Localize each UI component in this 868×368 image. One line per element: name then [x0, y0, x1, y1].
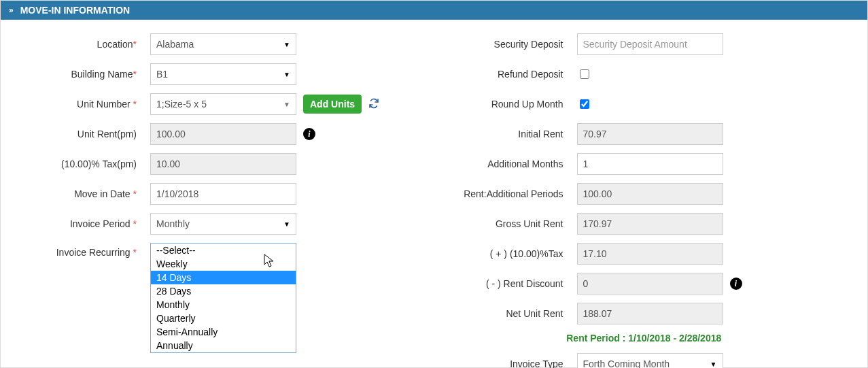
rent-discount-input — [577, 273, 723, 295]
dropdown-option[interactable]: Weekly — [151, 257, 296, 271]
chevron-down-icon: ▼ — [283, 101, 290, 108]
move-in-date-input[interactable] — [150, 183, 296, 205]
net-unit-rent-label: Net Unit Rent — [434, 308, 577, 319]
chevron-down-icon: ▼ — [710, 361, 717, 368]
rent-discount-info: i — [730, 278, 742, 290]
unit-rent-input — [150, 123, 296, 145]
gross-unit-rent-label: Gross Unit Rent — [434, 218, 577, 229]
unit-number-label: Unit Number * — [14, 99, 150, 110]
row-rent-discount: ( - ) Rent Discount i — [434, 273, 854, 295]
row-plus-tax: ( + ) (10.00)%Tax — [434, 243, 854, 265]
row-refund-deposit: Refund Deposit — [434, 63, 854, 85]
chevron-down-icon: ▼ — [283, 71, 290, 78]
plus-tax-label: ( + ) (10.00)%Tax — [434, 248, 577, 259]
unit-rent-label: Unit Rent(pm) — [14, 129, 150, 139]
row-initial-rent: Initial Rent — [434, 123, 854, 145]
row-additional-months: Additional Months — [434, 153, 854, 175]
invoice-type-select[interactable]: Forth Coming Month ▼ — [577, 353, 723, 368]
refund-deposit-label: Refund Deposit — [434, 69, 577, 80]
dropdown-option[interactable]: Annually — [151, 339, 296, 352]
refund-deposit-checkbox[interactable] — [580, 69, 589, 79]
dropdown-option[interactable]: 28 Days — [151, 284, 296, 298]
row-net-unit-rent: Net Unit Rent — [434, 303, 854, 324]
building-select[interactable]: B1 ▼ — [150, 63, 296, 85]
unit-rent-info: i — [303, 128, 315, 140]
collapse-icon: » — [9, 5, 14, 15]
rent-additional-periods-label: Rent:Additional Periods — [434, 188, 577, 199]
row-unit-rent: Unit Rent(pm) i — [14, 123, 434, 145]
rent-discount-label: ( - ) Rent Discount — [434, 278, 577, 289]
invoice-type-label: Invoice Type — [434, 358, 577, 368]
row-roundup-month: Round Up Month — [434, 93, 854, 115]
row-tax: (10.00)% Tax(pm) — [14, 153, 434, 175]
form-columns: Location* Alabama ▼ Building Name* B1 ▼ — [1, 20, 867, 368]
unit-number-actions: Add Units — [303, 95, 379, 114]
refresh-icon[interactable] — [368, 98, 379, 111]
row-location: Location* Alabama ▼ — [14, 33, 434, 55]
gross-unit-rent-input — [577, 213, 723, 235]
roundup-month-checkbox[interactable] — [580, 99, 589, 109]
chevron-down-icon: ▼ — [283, 41, 290, 48]
additional-months-label: Additional Months — [434, 158, 577, 169]
info-icon[interactable]: i — [303, 128, 315, 140]
plus-tax-input — [577, 243, 723, 265]
left-column: Location* Alabama ▼ Building Name* B1 ▼ — [14, 33, 434, 368]
roundup-month-label: Round Up Month — [434, 99, 577, 110]
initial-rent-label: Initial Rent — [434, 129, 577, 139]
security-deposit-input[interactable] — [577, 33, 723, 55]
dropdown-option[interactable]: Semi-Annually — [151, 325, 296, 339]
right-column: Security Deposit Refund Deposit Round Up… — [434, 33, 854, 368]
building-label: Building Name* — [14, 69, 150, 80]
rent-period-text: Rent Period : 1/10/2018 - 2/28/2018 — [434, 333, 854, 344]
row-move-in-date: Move in Date * — [14, 183, 434, 205]
additional-months-input[interactable] — [577, 153, 723, 175]
location-select[interactable]: Alabama ▼ — [150, 33, 296, 55]
invoice-period-label: Invoice Period * — [14, 218, 150, 229]
tax-input — [150, 153, 296, 175]
row-invoice-type: Invoice Type Forth Coming Month ▼ — [434, 353, 854, 368]
row-invoice-recurring: Invoice Recurring * --Select--Weekly14 D… — [14, 243, 434, 353]
add-units-button[interactable]: Add Units — [303, 95, 362, 114]
move-in-date-label: Move in Date * — [14, 188, 150, 199]
invoice-recurring-label: Invoice Recurring * — [14, 243, 150, 258]
security-deposit-label: Security Deposit — [434, 39, 577, 50]
invoice-period-select[interactable]: Monthly ▼ — [150, 213, 296, 235]
section-title: MOVE-IN INFORMATION — [20, 5, 131, 16]
location-value: Alabama — [156, 39, 194, 50]
tax-label: (10.00)% Tax(pm) — [14, 158, 150, 169]
row-gross-unit-rent: Gross Unit Rent — [434, 213, 854, 235]
net-unit-rent-input — [577, 303, 723, 324]
row-security-deposit: Security Deposit — [434, 33, 854, 55]
row-unit-number: Unit Number * 1;Size-5 x 5 ▼ Add Units — [14, 93, 434, 115]
dropdown-option[interactable]: Monthly — [151, 298, 296, 312]
location-label: Location* — [14, 39, 150, 50]
chevron-down-icon: ▼ — [283, 220, 290, 228]
row-invoice-period: Invoice Period * Monthly ▼ — [14, 213, 434, 235]
app-root: » MOVE-IN INFORMATION Location* Alabama … — [0, 0, 868, 368]
row-building: Building Name* B1 ▼ — [14, 63, 434, 85]
unit-number-select[interactable]: 1;Size-5 x 5 ▼ — [150, 93, 296, 115]
dropdown-option[interactable]: --Select-- — [151, 244, 296, 257]
rent-additional-periods-input — [577, 183, 723, 205]
building-value: B1 — [156, 69, 168, 80]
section-header[interactable]: » MOVE-IN INFORMATION — [1, 1, 867, 20]
dropdown-option[interactable]: Quarterly — [151, 312, 296, 325]
info-icon[interactable]: i — [730, 278, 742, 290]
invoice-type-value: Forth Coming Month — [583, 358, 670, 368]
invoice-period-dropdown-list[interactable]: --Select--Weekly14 Days28 DaysMonthlyQua… — [150, 243, 296, 353]
unit-number-value: 1;Size-5 x 5 — [156, 99, 207, 110]
dropdown-option[interactable]: 14 Days — [151, 271, 296, 284]
initial-rent-input — [577, 123, 723, 145]
invoice-period-value: Monthly — [156, 218, 190, 229]
row-rent-additional-periods: Rent:Additional Periods — [434, 183, 854, 205]
